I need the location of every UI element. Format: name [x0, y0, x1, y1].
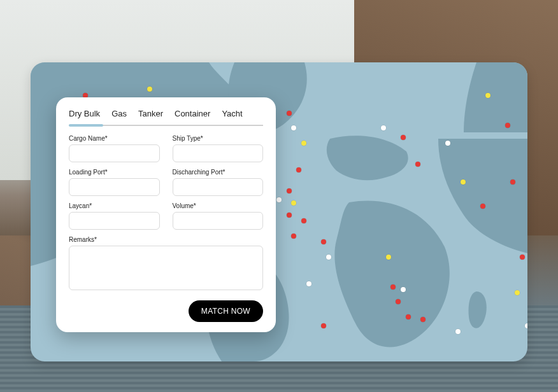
volume-label: Volume*: [173, 202, 264, 209]
map-dot: [461, 179, 466, 185]
map-dot: [301, 141, 306, 146]
loading-port-input[interactable]: [69, 178, 160, 196]
tab-yacht[interactable]: Yacht: [222, 109, 242, 122]
tab-container[interactable]: Container: [175, 109, 210, 122]
map-dot: [326, 255, 331, 260]
map-dot: [287, 111, 292, 116]
ship-type-input[interactable]: [173, 144, 264, 162]
tab-tanker[interactable]: Tanker: [138, 109, 163, 122]
map-dot: [287, 188, 292, 193]
cargo-name-input[interactable]: [69, 144, 160, 162]
search-form-card: Dry Bulk Gas Tanker Container Yacht Carg…: [56, 97, 276, 332]
map-dot: [406, 314, 411, 319]
map-dot: [401, 135, 406, 140]
map-dot: [480, 204, 485, 209]
category-tabs: Dry Bulk Gas Tanker Container Yacht: [69, 109, 263, 122]
map-dot: [510, 179, 515, 185]
cargo-name-label: Cargo Name*: [69, 135, 160, 142]
tab-underline: [69, 125, 263, 126]
remarks-label: Remarks*: [69, 236, 263, 243]
laycan-input[interactable]: [69, 212, 160, 230]
map-dot: [287, 213, 292, 218]
tab-gas[interactable]: Gas: [111, 109, 127, 122]
map-dot: [291, 234, 296, 239]
tab-active-indicator: [69, 124, 103, 127]
volume-input[interactable]: [173, 212, 264, 230]
discharging-port-input[interactable]: [173, 178, 264, 196]
map-dot: [390, 284, 396, 290]
map-dot: [505, 123, 510, 128]
laycan-label: Laycan*: [69, 202, 160, 209]
map-dot: [386, 255, 391, 260]
map-dot: [485, 93, 490, 98]
discharging-port-label: Discharching Port*: [173, 169, 264, 176]
ship-type-label: Ship Type*: [173, 135, 264, 142]
map-dot: [525, 323, 527, 328]
match-now-button[interactable]: MATCH NOW: [189, 300, 263, 322]
remarks-textarea[interactable]: [69, 246, 263, 290]
map-dot: [306, 281, 311, 286]
map-dot: [455, 329, 461, 334]
map-dot: [520, 255, 525, 260]
loading-port-label: Loading Port*: [69, 169, 160, 176]
map-dot: [321, 323, 326, 328]
tab-dry-bulk[interactable]: Dry Bulk: [69, 109, 100, 122]
